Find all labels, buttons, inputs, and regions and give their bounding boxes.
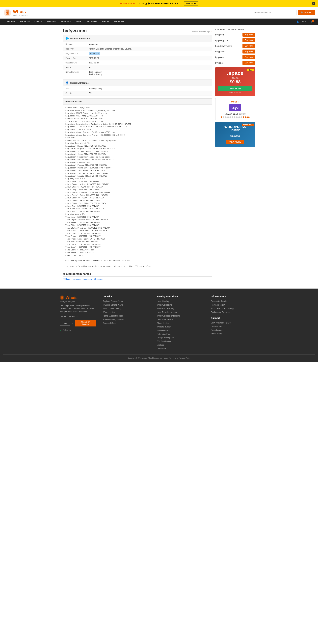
nav-cart[interactable]: 🛒 0: [309, 18, 315, 25]
footer-col-title-domains: Domains: [103, 295, 150, 298]
footer-link-google-workspace[interactable]: Google Workspace: [157, 336, 204, 339]
wp-price-value: $3.58: [230, 134, 236, 137]
field-label: Updated On:: [63, 60, 86, 65]
nav-item-hosting[interactable]: HOSTING: [44, 18, 59, 25]
nav-item-whois[interactable]: WHOIS: [100, 18, 112, 25]
xyz-dot: [237, 116, 239, 118]
buy-now-byfywnet[interactable]: Buy Now: [242, 55, 255, 59]
footer-desc: Leading provider of web presence solutio…: [60, 304, 96, 314]
footer-logo: Whois: [60, 295, 96, 300]
xyz-dot: [230, 116, 232, 118]
footer-link-windows-reseller[interactable]: Windows Reseller Hosting: [157, 315, 204, 317]
footer-inner: Whois Identity for everyone Leading prov…: [60, 295, 258, 351]
nav-right: 👤 LOGIN 🛒 0: [294, 18, 315, 25]
buy-now-beautybyfyw[interactable]: Buy Now: [242, 44, 255, 48]
similar-domain-row: beautybyfyw.com Buy Now: [215, 44, 255, 48]
footer-create-account-button[interactable]: Create an Account: [75, 320, 96, 326]
footer-link-website-builder[interactable]: Website Builder: [157, 326, 204, 328]
buy-now-byfywapp[interactable]: Buy Now: [242, 38, 255, 42]
footer-link-transfer-domain[interactable]: Transfer Domain Name: [103, 304, 150, 306]
footer-learn-more[interactable]: Learn more About Us: [60, 315, 96, 318]
table-row: Registered On: 2013-03-28: [63, 51, 212, 56]
wp-view-more-button[interactable]: VIEW MORE: [226, 140, 244, 144]
similar-domain-name: beautybyfyw.com: [215, 45, 232, 47]
footer-link-whois-lookup[interactable]: Whois Lookup: [103, 311, 150, 314]
related-link-51dns[interactable]: 51dns.top: [94, 278, 102, 280]
xyz-dot: [232, 116, 233, 118]
wp-title-line2: HOSTING: [218, 129, 252, 132]
footer-link-business-email[interactable]: Business Email: [157, 329, 204, 332]
nav-item-support[interactable]: SUPPORT: [112, 18, 126, 25]
related-section: related domain names 55hl.com icann.org …: [63, 272, 212, 280]
login-label: LOGIN: [300, 20, 306, 23]
footer-link-enterprise-email[interactable]: Enterprise Email: [157, 333, 204, 335]
buy-now-byfyp[interactable]: Buy Now: [242, 50, 255, 54]
nav-item-domains[interactable]: DOMAINS: [3, 18, 18, 25]
footer-link-cloud-hosting[interactable]: Cloud Hosting: [157, 322, 204, 324]
footer-link-hosting-security[interactable]: Hosting Security: [211, 304, 258, 306]
footer-link-dedicated-servers[interactable]: Dedicated Servers: [157, 318, 204, 321]
buy-now-byfyjnet[interactable]: Buy Now: [242, 61, 255, 65]
footer-col-infrastructure: Infrastructure Datacenter Details Hostin…: [211, 295, 258, 351]
related-link-4cun[interactable]: 4cun.com: [83, 278, 92, 280]
logo-whois-text: Whois: [13, 9, 28, 14]
footer-link-free-domain[interactable]: Free with Every Domain: [103, 318, 150, 321]
refresh-icon[interactable]: ↻: [210, 31, 212, 33]
footer-link-report-abuse[interactable]: Report Abuse: [211, 329, 258, 331]
footer-link-windows-hosting[interactable]: Windows Hosting: [157, 304, 204, 306]
field-value: ok: [86, 65, 212, 70]
logo-icon: [3, 8, 12, 17]
search-button[interactable]: 🔍 WHOIS: [298, 10, 315, 16]
space-old-price: $24.88: [218, 77, 252, 79]
footer-link-domain-offers[interactable]: Domain Offers: [103, 322, 150, 324]
footer-link-name-suggestion[interactable]: Name Suggestion Tool: [103, 315, 150, 317]
nav-item-servers[interactable]: SERVERS: [59, 18, 73, 25]
footer-link-datacenter[interactable]: Datacenter Details: [211, 300, 258, 302]
footer-link-knowledge-base[interactable]: View Knowledge Base: [211, 322, 258, 324]
footer-link-backup-recovery[interactable]: Backup and Recovery: [211, 311, 258, 314]
xyz-dot: [226, 116, 228, 118]
field-value: byfyw.com: [86, 42, 212, 46]
footer-link-linux-hosting[interactable]: Linux Hosting: [157, 300, 204, 302]
footer-link-codeguard[interactable]: CodeGuard: [157, 348, 204, 350]
footer-bottom: Copyright © Whois.com, All rights reserv…: [3, 354, 315, 359]
footer-col-domains: Domains Register Domain Name Transfer Do…: [103, 295, 150, 351]
main-container: byfyw.com Updated 1 second ago ↻ 🌐 Domai…: [60, 25, 258, 284]
registrant-card: 👤 Registrant Contact State: Hei Long Jia…: [63, 80, 212, 96]
footer-link-linux-reseller[interactable]: Linux Reseller Hosting: [157, 311, 204, 314]
flash-banner: FLASH SALE! .COM @ $9.58! WHILE STOCKS L…: [0, 0, 318, 7]
domain-info-title: Domain Information: [70, 37, 90, 40]
related-link-55hl[interactable]: 55hl.com: [63, 278, 71, 280]
related-link-icann[interactable]: icann.org: [73, 278, 81, 280]
search-icon: 🔍: [301, 12, 304, 14]
nav-item-cloud[interactable]: CLOUD: [32, 18, 44, 25]
search-input[interactable]: [250, 10, 296, 16]
nav-item-security[interactable]: SECURITY: [84, 18, 100, 25]
nav-item-website[interactable]: WEBSITE: [18, 18, 32, 25]
footer-link-about-whois[interactable]: About Whois: [211, 332, 258, 335]
flash-close-button[interactable]: ✕: [312, 2, 315, 5]
footer-link-ssl[interactable]: SSL Certificates: [157, 340, 204, 342]
nav-login[interactable]: 👤 LOGIN: [294, 18, 308, 25]
xyz-dot: [223, 116, 224, 118]
space-buy-button[interactable]: BUY NOW: [218, 86, 252, 91]
footer-login-button[interactable]: Login: [60, 321, 70, 326]
footer-link-wordpress-hosting[interactable]: WordPress Hosting: [157, 308, 204, 310]
related-links: 55hl.com icann.org 4cun.com 51dns.top: [63, 278, 212, 280]
footer-link-register-domain[interactable]: Register Domain Name: [103, 300, 150, 302]
buy-now-byfyj[interactable]: Buy Now: [242, 33, 255, 36]
nav-item-email[interactable]: EMAIL: [73, 18, 84, 25]
domain-info-table: Domain: byfyw.com Registrar: Jiangsu Ban…: [63, 42, 212, 77]
footer-link-view-pricing[interactable]: View Domain Pricing: [103, 308, 150, 310]
xyz-dot: [239, 116, 240, 118]
follow-checkmark-icon: ✔: [60, 329, 62, 332]
flash-buy-now-button[interactable]: BUY NOW: [184, 1, 198, 6]
footer-link-sitelock[interactable]: Sitelock: [157, 344, 204, 346]
domain-info-icon: 🌐: [66, 37, 69, 40]
footer-link-servers-monitoring[interactable]: 24 x 7 Servers Monitoring: [211, 308, 258, 310]
logo[interactable]: Whois Identity for everyone: [3, 8, 28, 17]
footer-link-contact-support[interactable]: Contact Support: [211, 325, 258, 328]
domain-info-card: 🌐 Domain Information Domain: byfyw.com R…: [63, 35, 212, 77]
field-label: Registered On:: [63, 51, 86, 56]
similar-domain-name: byfyp.com: [215, 50, 225, 53]
